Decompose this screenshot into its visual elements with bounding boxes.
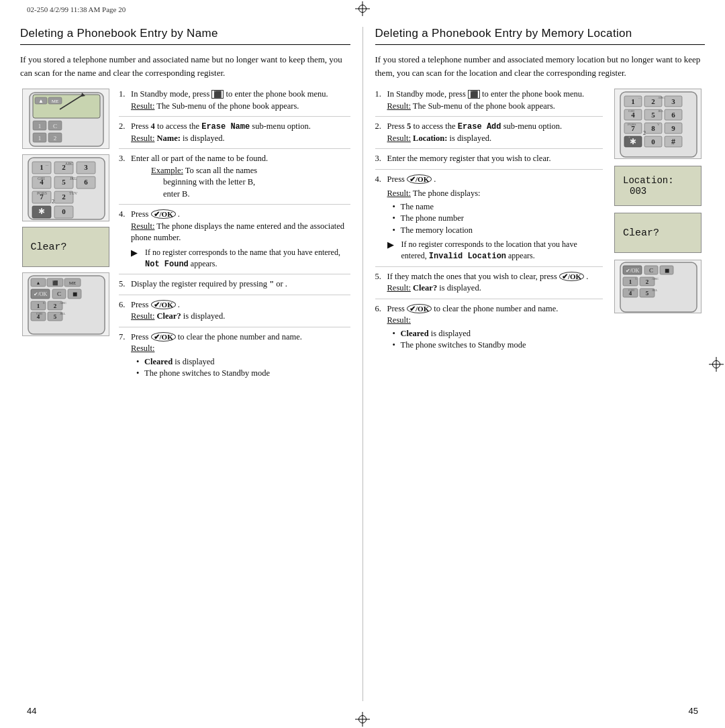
step-6-num: 6. bbox=[119, 299, 131, 323]
svg-text:▲: ▲ bbox=[38, 98, 44, 104]
r-step-4-divider bbox=[375, 266, 603, 267]
right-clear-screen: Clear? bbox=[614, 213, 702, 253]
svg-text:JKL: JKL bbox=[652, 289, 658, 292]
left-steps-col: 1. In Standby mode, press ⬛ to enter the… bbox=[119, 89, 350, 382]
svg-text:5: 5 bbox=[62, 178, 66, 186]
svg-text:3: 3 bbox=[671, 97, 675, 105]
svg-text:2: 2 bbox=[52, 199, 54, 205]
svg-text:5: 5 bbox=[646, 290, 649, 297]
reg-mark-bottom bbox=[355, 712, 370, 727]
r-step-4-num: 4. bbox=[375, 174, 387, 186]
step-5: 5. Display the register required by pres… bbox=[119, 278, 350, 291]
svg-text:JKL: JKL bbox=[658, 109, 664, 113]
r-step-1: 1. In Standby mode, press ⬛ to enter the… bbox=[375, 89, 603, 112]
step-4-divider bbox=[119, 274, 350, 274]
r-step-3: 3. Enter the memory register that you wi… bbox=[375, 153, 603, 165]
step-6-divider bbox=[119, 327, 350, 327]
step-2-result-label: Result: bbox=[131, 134, 154, 143]
right-keypad-svg: 1 ... 2 ABC 3 4 GHI 5 bbox=[615, 89, 702, 159]
location-line2: 003 bbox=[630, 186, 646, 197]
svg-text:ABC: ABC bbox=[652, 277, 659, 280]
phone-svg-2: 1 ... 2 ABC 3 4 GHI 5 bbox=[23, 155, 109, 221]
phone-image-3: ▲ ⬛ ME ✔/OK C ◼ bbox=[22, 272, 109, 336]
svg-text:2: 2 bbox=[62, 193, 66, 201]
right-section-title: Deleting a Phonebook Entry by Memory Loc… bbox=[375, 27, 706, 40]
r-step-3-content: Enter the memory register that you wish … bbox=[387, 153, 551, 165]
svg-text:TUV: TUV bbox=[69, 191, 78, 195]
svg-text:◼: ◼ bbox=[72, 291, 77, 297]
r-step-5: 5. If they match the ones that you wish … bbox=[375, 271, 603, 295]
svg-text:JKL: JKL bbox=[60, 312, 66, 315]
r-step-6-results: •Cleared is displayed •The phone switche… bbox=[393, 328, 559, 352]
right-phone-bottom-svg: ✔/OK C ◼ 1 5 2 ABC bbox=[615, 260, 702, 313]
r-step-2-divider bbox=[375, 148, 603, 149]
step-6: 6. Press ✔/OK . Result: Clear? is displa… bbox=[119, 299, 350, 323]
svg-text:8: 8 bbox=[651, 124, 655, 132]
step-3-example: Example: To scan all the names beginning… bbox=[151, 165, 268, 201]
result-cleared: •Cleared is displayed bbox=[136, 356, 302, 368]
example-label: Example: bbox=[151, 166, 183, 175]
right-keypad-image: 1 ... 2 ABC 3 4 GHI 5 bbox=[614, 89, 702, 159]
left-section-body: ▲ ME 1 C bbox=[20, 89, 350, 382]
svg-text:C: C bbox=[56, 291, 60, 297]
svg-text:GHI: GHI bbox=[36, 312, 42, 315]
r-step-4-note: ▶ If no register corresponds to the loca… bbox=[387, 239, 603, 262]
right-location-screen: Location: 003 bbox=[614, 166, 702, 206]
r-step-2: 2. Press 5 to access the Erase Add sub-m… bbox=[375, 121, 603, 144]
step-4-result-label: Result: bbox=[131, 221, 154, 231]
svg-text:C: C bbox=[52, 123, 56, 129]
svg-text:2: 2 bbox=[53, 303, 56, 309]
svg-text:JKL: JKL bbox=[70, 176, 77, 180]
svg-text:1: 1 bbox=[38, 123, 41, 129]
svg-text:ABC: ABC bbox=[658, 96, 665, 99]
right-section-body: 1. In Standby mode, press ⬛ to enter the… bbox=[375, 89, 706, 354]
svg-text:PQRS: PQRS bbox=[628, 123, 636, 126]
svg-text:GHI: GHI bbox=[628, 109, 634, 113]
r-step-6-result-label: Result: bbox=[387, 315, 411, 325]
reg-mark-right bbox=[709, 357, 724, 372]
r-step-2-num: 2. bbox=[375, 121, 387, 144]
step-3: 3. Enter all or part of the name to be f… bbox=[119, 153, 350, 200]
step-5-content: Display the register required by pressin… bbox=[131, 278, 287, 291]
r-step-3-num: 3. bbox=[375, 153, 387, 165]
svg-text:ABC: ABC bbox=[60, 301, 67, 305]
r-step-1-num: 1. bbox=[375, 89, 387, 112]
location-line1: Location: bbox=[623, 175, 674, 186]
r-step-2-result-label: Result: bbox=[387, 134, 411, 143]
svg-text:⬛: ⬛ bbox=[52, 280, 58, 286]
right-column: Deleting a Phonebook Entry by Memory Loc… bbox=[363, 27, 706, 701]
page-num-left: 44 bbox=[27, 706, 36, 716]
r-step-3-divider bbox=[375, 169, 603, 170]
svg-text:2: 2 bbox=[651, 97, 655, 105]
svg-text:▲: ▲ bbox=[36, 280, 40, 286]
svg-text:#: # bbox=[671, 137, 675, 146]
phone-image-1: ▲ ME 1 C bbox=[22, 89, 109, 149]
svg-text:ABC: ABC bbox=[64, 162, 72, 166]
step-5-divider bbox=[119, 295, 350, 295]
step-1-content: In Standby mode, press ⬛ to enter the ph… bbox=[131, 89, 328, 112]
step-2: 2. Press 4 to access the Erase Name sub-… bbox=[119, 121, 350, 144]
left-section-title: Deleting a Phonebook Entry by Name bbox=[20, 27, 350, 40]
r-step-6-num: 6. bbox=[375, 303, 387, 352]
note-text: If no register corresponds to the name t… bbox=[145, 247, 350, 270]
svg-text:1: 1 bbox=[38, 135, 41, 142]
step-2-num: 2. bbox=[119, 121, 131, 144]
r-result-phone: •The phone number bbox=[393, 213, 603, 225]
svg-text:PQRS: PQRS bbox=[37, 191, 47, 195]
step-1-result-label: Result: bbox=[131, 101, 154, 111]
svg-text:6: 6 bbox=[671, 111, 675, 119]
r-note-icon: ▶ bbox=[387, 239, 398, 262]
svg-text:✔/OK: ✔/OK bbox=[626, 268, 640, 274]
r-step-6-content: Press ✔/OK to clear the phone number and… bbox=[387, 303, 559, 352]
svg-text:9: 9 bbox=[671, 124, 675, 132]
phone-svg-1: ▲ ME 1 C bbox=[23, 89, 109, 149]
step-7-results: •Cleared is displayed •The phone switche… bbox=[136, 356, 302, 380]
svg-text:1: 1 bbox=[36, 303, 40, 309]
step-4: 4. Press ✔/OK . Result: The phone displa… bbox=[119, 209, 350, 244]
r-step-1-divider bbox=[375, 116, 603, 117]
page-num-right: 45 bbox=[689, 706, 698, 716]
svg-text:GHI: GHI bbox=[38, 176, 45, 180]
r-note-text: If no register corresponds to the locati… bbox=[401, 239, 603, 262]
right-phone-bottom: ✔/OK C ◼ 1 5 2 ABC bbox=[614, 260, 702, 313]
phone-svg-3: ▲ ⬛ ME ✔/OK C ◼ bbox=[23, 273, 109, 336]
